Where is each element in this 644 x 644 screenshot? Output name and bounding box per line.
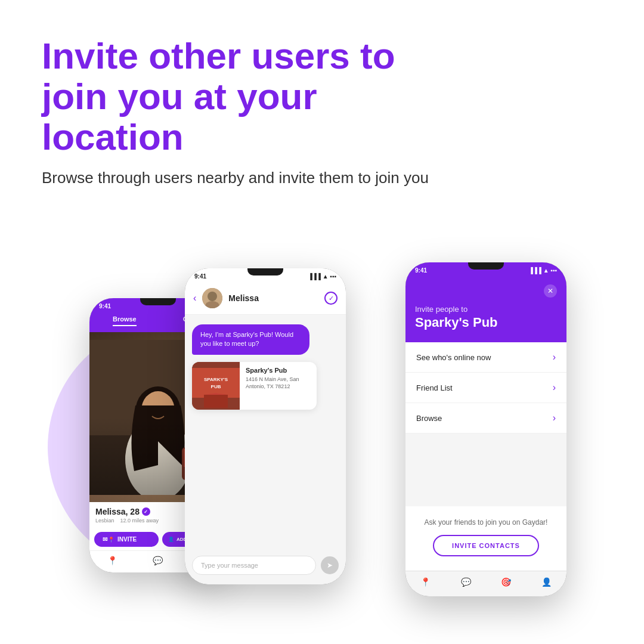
radar-nav-right[interactable]: 🎯 bbox=[501, 577, 511, 587]
chat-name: Melissa bbox=[228, 293, 259, 303]
page-subheadline: Browse through users nearby and invite t… bbox=[42, 169, 429, 187]
option-browse-label: Browse bbox=[416, 414, 442, 423]
chat-nav-icon[interactable]: 💬 bbox=[153, 556, 163, 565]
signal-icons-right: ▐▐▐ ▲ ▪▪▪ bbox=[529, 267, 557, 274]
invite-button[interactable]: ✉ 📍 INVITE bbox=[94, 532, 159, 547]
phone-right: 9:41 ▐▐▐ ▲ ▪▪▪ ✕ Invite people to Sparky… bbox=[405, 262, 566, 596]
invite-contacts-button[interactable]: INVITE CONTACTS bbox=[433, 535, 539, 556]
option-friends-label: Friend List bbox=[416, 383, 453, 392]
bottom-nav-right: 📍 💬 🎯 👤 bbox=[405, 571, 566, 596]
svg-text:SPARKY'S: SPARKY'S bbox=[204, 377, 228, 382]
person-plus-icon: 👤 bbox=[168, 537, 174, 542]
option-online-label: See who's online now bbox=[416, 353, 491, 362]
chat-messages: Hey, I'm at Sparky's Pub! Would you like… bbox=[185, 315, 346, 551]
chat-avatar bbox=[202, 288, 222, 308]
status-time-middle: 9:41 bbox=[194, 273, 206, 280]
option-browse-arrow: › bbox=[553, 413, 556, 423]
chat-header: ‹ Melissa ✓ bbox=[185, 282, 346, 315]
notch-right bbox=[468, 262, 504, 270]
pin-icon: 📍 bbox=[108, 537, 114, 543]
message-input[interactable]: Type your message bbox=[192, 556, 316, 575]
verified-badge: ✓ bbox=[142, 507, 150, 516]
location-card: SPARKY'S PUB Sparky's Pub 1416 N Main Av… bbox=[192, 362, 317, 410]
chat-input-area: Type your message ➤ bbox=[185, 551, 346, 584]
notch-middle bbox=[247, 268, 283, 275]
invite-subtitle: Invite people to bbox=[415, 305, 557, 314]
back-button[interactable]: ‹ bbox=[193, 293, 196, 304]
status-time-left: 9:41 bbox=[99, 303, 111, 309]
svg-point-2 bbox=[125, 417, 191, 495]
close-button[interactable]: ✕ bbox=[544, 284, 557, 298]
profile-nav-right[interactable]: 👤 bbox=[541, 577, 552, 587]
phones-container: 9:41 ▐▐▐ ▲ ▪▪▪ Browse Online bbox=[42, 211, 602, 620]
checkmark-icon: ✓ bbox=[324, 292, 338, 305]
headline-line1: Invite other users to bbox=[42, 35, 395, 76]
invite-header: ✕ Invite people to Sparky's Pub bbox=[405, 276, 566, 342]
signal-icons-middle: ▐▐▐ ▲ ▪▪▪ bbox=[308, 273, 336, 280]
notch-left bbox=[140, 298, 176, 305]
location-name: Sparky's Pub bbox=[246, 367, 311, 374]
location-nav-right[interactable]: 📍 bbox=[420, 577, 431, 587]
invite-option-browse[interactable]: Browse › bbox=[405, 403, 566, 434]
headline-line2: join you at your location bbox=[42, 76, 317, 157]
chat-nav-right[interactable]: 💬 bbox=[461, 577, 471, 587]
message-bubble: Hey, I'm at Sparky's Pub! Would you like… bbox=[192, 324, 309, 355]
invite-close: ✕ bbox=[415, 284, 557, 298]
invite-title: Sparky's Pub bbox=[415, 315, 557, 330]
invite-options: See who's online now › Friend List › Bro… bbox=[405, 342, 566, 434]
phone-right-screen: 9:41 ▐▐▐ ▲ ▪▪▪ ✕ Invite people to Sparky… bbox=[405, 262, 566, 596]
svg-point-12 bbox=[208, 292, 217, 301]
svg-text:PUB: PUB bbox=[211, 384, 221, 389]
phone-middle-screen: 9:41 ▐▐▐ ▲ ▪▪▪ ‹ Melissa bbox=[185, 268, 346, 584]
tab-browse[interactable]: Browse bbox=[113, 315, 137, 326]
option-online-arrow: › bbox=[553, 352, 556, 363]
send-button[interactable]: ➤ bbox=[321, 556, 339, 574]
phone-middle: 9:41 ▐▐▐ ▲ ▪▪▪ ‹ Melissa bbox=[185, 268, 346, 584]
location-nav-icon[interactable]: 📍 bbox=[107, 556, 117, 565]
option-friends-arrow: › bbox=[553, 382, 556, 393]
invite-bottom: Ask your friends to join you on Gaydar! … bbox=[405, 506, 566, 571]
pub-image: SPARKY'S PUB bbox=[192, 362, 240, 410]
envelope-icon: ✉ bbox=[103, 536, 107, 543]
status-time-right: 9:41 bbox=[415, 267, 427, 274]
invite-spacer bbox=[405, 434, 566, 506]
invite-ask-text: Ask your friends to join you on Gaydar! bbox=[425, 518, 548, 527]
svg-rect-18 bbox=[204, 395, 228, 408]
location-address: 1416 N Main Ave, San Antonio, TX 78212 bbox=[246, 376, 311, 391]
invite-option-friends[interactable]: Friend List › bbox=[405, 373, 566, 403]
location-info: Sparky's Pub 1416 N Main Ave, San Antoni… bbox=[240, 362, 317, 410]
page-wrapper: Invite other users to join you at your l… bbox=[0, 0, 644, 644]
invite-option-online[interactable]: See who's online now › bbox=[405, 342, 566, 373]
page-headline: Invite other users to join you at your l… bbox=[42, 36, 459, 158]
